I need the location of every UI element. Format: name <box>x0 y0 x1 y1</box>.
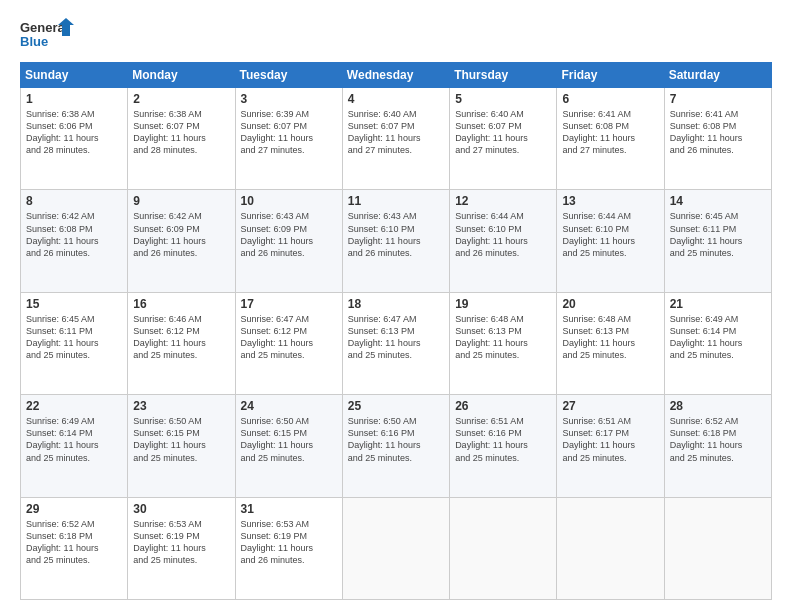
calendar-cell: 18Sunrise: 6:47 AMSunset: 6:13 PMDayligh… <box>342 292 449 394</box>
calendar-cell: 5Sunrise: 6:40 AMSunset: 6:07 PMDaylight… <box>450 88 557 190</box>
day-info: Sunrise: 6:44 AMSunset: 6:10 PMDaylight:… <box>455 210 551 259</box>
day-info: Sunrise: 6:49 AMSunset: 6:14 PMDaylight:… <box>26 415 122 464</box>
day-number: 12 <box>455 194 551 208</box>
day-info: Sunrise: 6:38 AMSunset: 6:06 PMDaylight:… <box>26 108 122 157</box>
calendar-cell: 13Sunrise: 6:44 AMSunset: 6:10 PMDayligh… <box>557 190 664 292</box>
calendar-cell: 25Sunrise: 6:50 AMSunset: 6:16 PMDayligh… <box>342 395 449 497</box>
day-info: Sunrise: 6:39 AMSunset: 6:07 PMDaylight:… <box>241 108 337 157</box>
day-info: Sunrise: 6:45 AMSunset: 6:11 PMDaylight:… <box>670 210 766 259</box>
day-info: Sunrise: 6:51 AMSunset: 6:16 PMDaylight:… <box>455 415 551 464</box>
day-info: Sunrise: 6:52 AMSunset: 6:18 PMDaylight:… <box>670 415 766 464</box>
header-monday: Monday <box>128 63 235 88</box>
day-info: Sunrise: 6:50 AMSunset: 6:16 PMDaylight:… <box>348 415 444 464</box>
day-info: Sunrise: 6:52 AMSunset: 6:18 PMDaylight:… <box>26 518 122 567</box>
calendar-cell: 8Sunrise: 6:42 AMSunset: 6:08 PMDaylight… <box>21 190 128 292</box>
day-number: 1 <box>26 92 122 106</box>
day-info: Sunrise: 6:41 AMSunset: 6:08 PMDaylight:… <box>562 108 658 157</box>
day-info: Sunrise: 6:47 AMSunset: 6:12 PMDaylight:… <box>241 313 337 362</box>
calendar-cell: 17Sunrise: 6:47 AMSunset: 6:12 PMDayligh… <box>235 292 342 394</box>
day-number: 24 <box>241 399 337 413</box>
calendar-cell: 14Sunrise: 6:45 AMSunset: 6:11 PMDayligh… <box>664 190 771 292</box>
calendar-cell <box>450 497 557 599</box>
day-number: 20 <box>562 297 658 311</box>
header-friday: Friday <box>557 63 664 88</box>
day-number: 6 <box>562 92 658 106</box>
day-info: Sunrise: 6:40 AMSunset: 6:07 PMDaylight:… <box>455 108 551 157</box>
day-number: 26 <box>455 399 551 413</box>
calendar-cell: 3Sunrise: 6:39 AMSunset: 6:07 PMDaylight… <box>235 88 342 190</box>
calendar-cell: 2Sunrise: 6:38 AMSunset: 6:07 PMDaylight… <box>128 88 235 190</box>
header-saturday: Saturday <box>664 63 771 88</box>
calendar-cell: 21Sunrise: 6:49 AMSunset: 6:14 PMDayligh… <box>664 292 771 394</box>
day-number: 11 <box>348 194 444 208</box>
calendar-table: SundayMondayTuesdayWednesdayThursdayFrid… <box>20 62 772 600</box>
day-number: 25 <box>348 399 444 413</box>
day-number: 28 <box>670 399 766 413</box>
header-row: SundayMondayTuesdayWednesdayThursdayFrid… <box>21 63 772 88</box>
calendar-cell <box>557 497 664 599</box>
header: General Blue <box>20 16 772 52</box>
day-number: 9 <box>133 194 229 208</box>
svg-text:Blue: Blue <box>20 34 48 49</box>
week-row-5: 29Sunrise: 6:52 AMSunset: 6:18 PMDayligh… <box>21 497 772 599</box>
day-number: 10 <box>241 194 337 208</box>
calendar-cell: 9Sunrise: 6:42 AMSunset: 6:09 PMDaylight… <box>128 190 235 292</box>
day-info: Sunrise: 6:48 AMSunset: 6:13 PMDaylight:… <box>455 313 551 362</box>
calendar-cell: 10Sunrise: 6:43 AMSunset: 6:09 PMDayligh… <box>235 190 342 292</box>
logo: General Blue <box>20 16 80 52</box>
calendar-cell: 29Sunrise: 6:52 AMSunset: 6:18 PMDayligh… <box>21 497 128 599</box>
header-sunday: Sunday <box>21 63 128 88</box>
day-number: 17 <box>241 297 337 311</box>
day-info: Sunrise: 6:42 AMSunset: 6:09 PMDaylight:… <box>133 210 229 259</box>
day-info: Sunrise: 6:53 AMSunset: 6:19 PMDaylight:… <box>241 518 337 567</box>
day-number: 2 <box>133 92 229 106</box>
calendar-cell: 27Sunrise: 6:51 AMSunset: 6:17 PMDayligh… <box>557 395 664 497</box>
calendar-cell: 15Sunrise: 6:45 AMSunset: 6:11 PMDayligh… <box>21 292 128 394</box>
day-info: Sunrise: 6:48 AMSunset: 6:13 PMDaylight:… <box>562 313 658 362</box>
day-info: Sunrise: 6:53 AMSunset: 6:19 PMDaylight:… <box>133 518 229 567</box>
day-info: Sunrise: 6:49 AMSunset: 6:14 PMDaylight:… <box>670 313 766 362</box>
header-tuesday: Tuesday <box>235 63 342 88</box>
day-number: 22 <box>26 399 122 413</box>
week-row-1: 1Sunrise: 6:38 AMSunset: 6:06 PMDaylight… <box>21 88 772 190</box>
day-number: 18 <box>348 297 444 311</box>
day-number: 4 <box>348 92 444 106</box>
calendar-cell: 20Sunrise: 6:48 AMSunset: 6:13 PMDayligh… <box>557 292 664 394</box>
calendar-cell: 22Sunrise: 6:49 AMSunset: 6:14 PMDayligh… <box>21 395 128 497</box>
day-info: Sunrise: 6:50 AMSunset: 6:15 PMDaylight:… <box>241 415 337 464</box>
calendar-cell: 26Sunrise: 6:51 AMSunset: 6:16 PMDayligh… <box>450 395 557 497</box>
day-info: Sunrise: 6:41 AMSunset: 6:08 PMDaylight:… <box>670 108 766 157</box>
day-number: 30 <box>133 502 229 516</box>
day-number: 19 <box>455 297 551 311</box>
day-number: 29 <box>26 502 122 516</box>
day-info: Sunrise: 6:40 AMSunset: 6:07 PMDaylight:… <box>348 108 444 157</box>
day-info: Sunrise: 6:43 AMSunset: 6:10 PMDaylight:… <box>348 210 444 259</box>
header-thursday: Thursday <box>450 63 557 88</box>
day-info: Sunrise: 6:38 AMSunset: 6:07 PMDaylight:… <box>133 108 229 157</box>
header-wednesday: Wednesday <box>342 63 449 88</box>
calendar-cell: 23Sunrise: 6:50 AMSunset: 6:15 PMDayligh… <box>128 395 235 497</box>
calendar-cell: 1Sunrise: 6:38 AMSunset: 6:06 PMDaylight… <box>21 88 128 190</box>
week-row-2: 8Sunrise: 6:42 AMSunset: 6:08 PMDaylight… <box>21 190 772 292</box>
calendar-cell: 24Sunrise: 6:50 AMSunset: 6:15 PMDayligh… <box>235 395 342 497</box>
day-number: 14 <box>670 194 766 208</box>
calendar-cell <box>342 497 449 599</box>
day-info: Sunrise: 6:51 AMSunset: 6:17 PMDaylight:… <box>562 415 658 464</box>
logo-svg: General Blue <box>20 16 80 52</box>
day-info: Sunrise: 6:43 AMSunset: 6:09 PMDaylight:… <box>241 210 337 259</box>
day-info: Sunrise: 6:46 AMSunset: 6:12 PMDaylight:… <box>133 313 229 362</box>
day-number: 27 <box>562 399 658 413</box>
week-row-3: 15Sunrise: 6:45 AMSunset: 6:11 PMDayligh… <box>21 292 772 394</box>
day-number: 21 <box>670 297 766 311</box>
day-number: 7 <box>670 92 766 106</box>
calendar-cell: 7Sunrise: 6:41 AMSunset: 6:08 PMDaylight… <box>664 88 771 190</box>
calendar-cell: 6Sunrise: 6:41 AMSunset: 6:08 PMDaylight… <box>557 88 664 190</box>
day-info: Sunrise: 6:42 AMSunset: 6:08 PMDaylight:… <box>26 210 122 259</box>
calendar-cell: 19Sunrise: 6:48 AMSunset: 6:13 PMDayligh… <box>450 292 557 394</box>
calendar-cell: 28Sunrise: 6:52 AMSunset: 6:18 PMDayligh… <box>664 395 771 497</box>
calendar-cell: 31Sunrise: 6:53 AMSunset: 6:19 PMDayligh… <box>235 497 342 599</box>
calendar-cell <box>664 497 771 599</box>
day-number: 15 <box>26 297 122 311</box>
day-number: 3 <box>241 92 337 106</box>
calendar-cell: 12Sunrise: 6:44 AMSunset: 6:10 PMDayligh… <box>450 190 557 292</box>
